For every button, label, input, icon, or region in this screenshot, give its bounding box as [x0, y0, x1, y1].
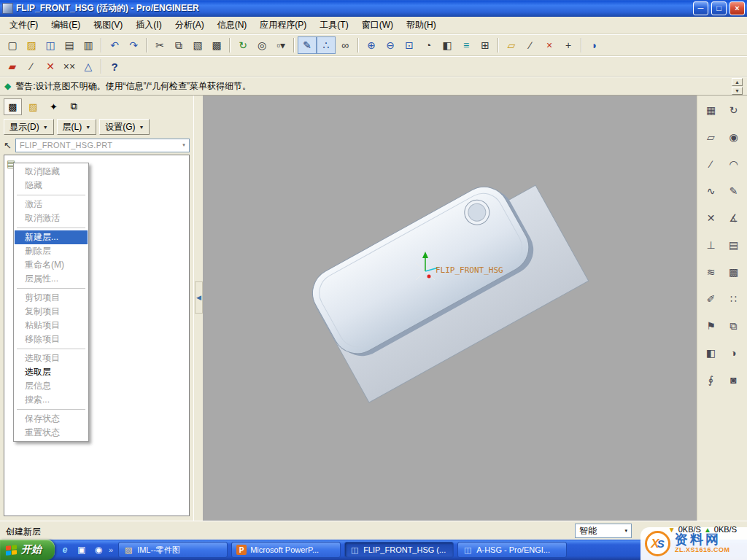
menu-item-activate[interactable]: 激活 [15, 198, 88, 211]
shell-tool-button[interactable]: ◙ [724, 371, 743, 389]
graphics-viewport[interactable]: FLIP_FRONT_HSG [203, 96, 697, 521]
task-button-iml-folder[interactable]: ▨ IML--零件图 [118, 542, 228, 558]
menu-item-paste-items[interactable]: 粘贴项目 [15, 319, 88, 332]
datum-curve-tool-button[interactable]: ∿ [702, 182, 720, 200]
settings-dropdown[interactable]: 设置(G) ▼ [99, 119, 150, 135]
start-button[interactable]: 开始 [0, 540, 55, 560]
undo-button[interactable]: ↶ [105, 36, 124, 54]
model-tree-tab[interactable]: ▩ [4, 98, 22, 115]
menu-item-new-layer[interactable]: 新建层... [15, 230, 88, 244]
extrude-tool-button[interactable]: ◧ [702, 344, 720, 362]
task-button-powerpoint[interactable]: P Microsoft PowerP... [231, 542, 341, 558]
menu-item-cut-items[interactable]: 剪切项目 [15, 291, 88, 305]
zoom-out-button[interactable]: ⊖ [381, 36, 400, 54]
spin-center-button[interactable]: ◉ [724, 128, 743, 146]
appearance-palette-button[interactable]: ▦ [702, 101, 720, 119]
message-scroll-down-button[interactable]: ▼ [732, 87, 743, 95]
menu-window[interactable]: 窗口(W) [355, 17, 400, 34]
datum-plane-tool-button[interactable]: ▱ [702, 128, 720, 146]
selection-filter-combo[interactable]: 智能 ▾ [575, 524, 632, 538]
grid-snap-tool-button[interactable]: ▩ [724, 263, 743, 281]
analysis-tool-button[interactable]: ∡ [724, 209, 743, 227]
sketch-region-shade-button[interactable]: ▰ [3, 58, 22, 75]
copy-geometry-tool-button[interactable]: ⧉ [724, 317, 743, 335]
surface-tool-button[interactable]: ◠ [724, 155, 743, 173]
point-array-tool-button[interactable]: ∷ [724, 290, 743, 308]
datum-point-tool-button[interactable]: ✕ [702, 209, 720, 227]
highlight-open-ends-button[interactable]: ∕ [22, 58, 41, 75]
reorient-view-button[interactable]: ↻ [724, 101, 743, 119]
shaded-view-button[interactable]: ◗ [585, 36, 604, 54]
maximize-button[interactable]: □ [711, 1, 727, 15]
feature-requirements-button[interactable]: △ [79, 58, 98, 75]
show-desktop-quicklaunch-icon[interactable]: ▣ [75, 543, 88, 556]
menu-item-hide[interactable]: 隐藏 [15, 179, 88, 192]
graph-tool-button[interactable]: ▤ [724, 236, 743, 254]
paste-button[interactable]: ▧ [188, 36, 207, 54]
redo-button[interactable]: ↷ [124, 36, 143, 54]
menu-item-save-status[interactable]: 保存状态 [15, 412, 88, 426]
paste-special-button[interactable]: ▩ [207, 36, 226, 54]
menu-info[interactable]: 信息(N) [211, 17, 254, 34]
collapse-panel-button[interactable]: ◀ [195, 281, 203, 314]
history-tab[interactable]: ⧉ [65, 98, 83, 115]
duplicate-vertices-button[interactable]: ×× [60, 58, 79, 75]
menu-item-select-items[interactable]: 选取项目 [15, 351, 88, 365]
copy-button[interactable]: ⧉ [169, 36, 188, 54]
open-file-button[interactable]: ▨ [22, 36, 41, 54]
message-scroll-up-button[interactable]: ▲ [732, 78, 743, 86]
overlapping-geometry-button[interactable]: ✕ [41, 58, 60, 75]
view-manager-button[interactable]: ⊞ [476, 36, 495, 54]
task-button-flip-front-hsg[interactable]: ◫ FLIP_FRONT_HSG (... [344, 542, 454, 558]
menu-item-layer-properties[interactable]: 层属性... [15, 272, 88, 286]
menu-edit[interactable]: 编辑(E) [44, 17, 87, 34]
active-model-combo[interactable]: FLIP_FRONT_HSG.PRT ▾ [15, 139, 190, 152]
saved-views-button[interactable]: ◧ [438, 36, 457, 54]
ie-quicklaunch-icon[interactable]: e [58, 543, 71, 556]
menu-insert[interactable]: 插入(I) [129, 17, 168, 34]
menu-item-remove-items[interactable]: 移除项目 [15, 332, 88, 346]
show-dropdown[interactable]: 显示(D) ▼ [4, 119, 54, 135]
sketcher-display-button[interactable]: ✎ [298, 36, 317, 54]
csys-toggle-button[interactable]: + [559, 36, 578, 54]
print-button[interactable]: ▤ [60, 36, 79, 54]
layer-tree-area[interactable]: ▤ 取消隐藏 隐藏 激活 取消激活 新建层... 删除层 重命名(M) 层属性.… [4, 155, 190, 516]
verify-button[interactable]: ∞ [336, 36, 355, 54]
print-preview-button[interactable]: ▥ [79, 36, 98, 54]
snap-references-button[interactable]: ∴ [317, 36, 336, 54]
menu-analysis[interactable]: 分析(A) [169, 17, 211, 34]
datum-axis-tool-button[interactable]: ∕ [702, 155, 720, 173]
menu-item-delete-layer[interactable]: 删除层 [15, 244, 88, 258]
menu-file[interactable]: 文件(F) [3, 17, 44, 34]
menu-item-copy-items[interactable]: 复制项目 [15, 305, 88, 319]
layer-dropdown[interactable]: 层(L) ▼ [57, 119, 97, 135]
selection-filter-button[interactable]: ▫▾ [271, 36, 290, 54]
menu-item-layer-info[interactable]: 层信息 [15, 379, 88, 393]
menu-applications[interactable]: 应用程序(P) [253, 17, 313, 34]
zoom-in-button[interactable]: ⊕ [362, 36, 381, 54]
new-file-button[interactable]: ▢ [3, 36, 22, 54]
menu-item-search[interactable]: 搜索... [15, 393, 88, 407]
menu-item-unhide[interactable]: 取消隐藏 [15, 165, 88, 179]
sweep-tool-button[interactable]: ∮ [702, 371, 720, 389]
cut-button[interactable]: ✂ [150, 36, 169, 54]
panel-splitter[interactable]: ◀ [193, 96, 203, 521]
minimize-button[interactable]: ─ [693, 1, 708, 15]
datum-axes-toggle-button[interactable]: ∕ [521, 36, 540, 54]
flag-note-tool-button[interactable]: ⚑ [702, 317, 720, 335]
coordinate-system-tool-button[interactable]: ⊥ [702, 236, 720, 254]
sketch-tool-button[interactable]: ✐ [702, 290, 720, 308]
3d-scene[interactable]: FLIP_FRONT_HSG [203, 96, 697, 521]
quicklaunch-overflow-chevron[interactable]: » [109, 545, 113, 554]
menu-item-deactivate[interactable]: 取消激活 [15, 211, 88, 225]
folder-browser-tab[interactable]: ▨ [24, 98, 42, 115]
layers-button[interactable]: ≡ [457, 36, 476, 54]
reorient-button[interactable]: ◔ [419, 36, 438, 54]
datum-planes-toggle-button[interactable]: ▱ [502, 36, 521, 54]
regenerate-button[interactable]: ↻ [233, 36, 252, 54]
chain-select-tool-button[interactable]: ≋ [702, 263, 720, 281]
find-button[interactable]: ◎ [252, 36, 271, 54]
menu-item-rename[interactable]: 重命名(M) [15, 258, 88, 272]
task-button-a-hsg[interactable]: ◫ A-HSG - Pro/ENGI... [457, 542, 567, 558]
datum-points-toggle-button[interactable]: × [540, 36, 559, 54]
